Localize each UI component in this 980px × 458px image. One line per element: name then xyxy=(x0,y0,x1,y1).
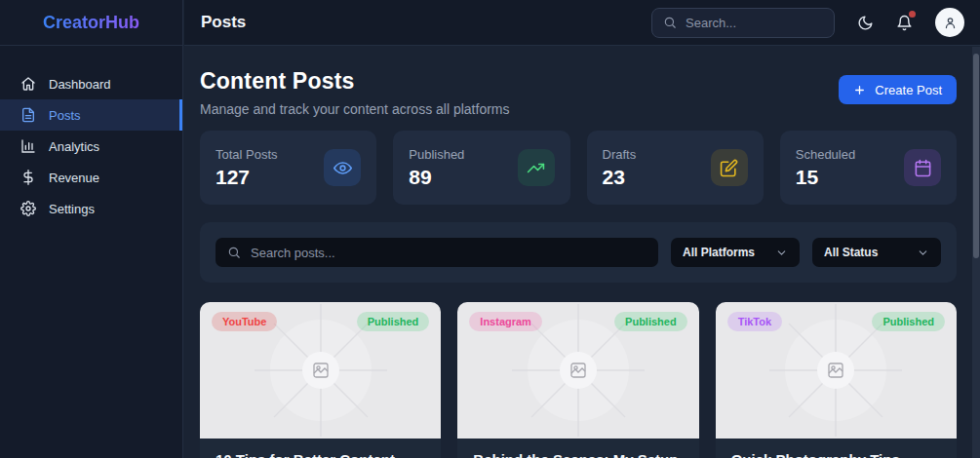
status-filter-select[interactable]: All Status xyxy=(812,238,941,267)
stat-value: 127 xyxy=(216,166,278,189)
stat-value: 23 xyxy=(603,166,637,189)
search-icon xyxy=(663,16,677,29)
stat-card-published: Published 89 xyxy=(393,131,569,205)
posts-search-input[interactable] xyxy=(251,246,647,260)
post-thumbnail: YouTube Published xyxy=(200,302,441,439)
scrollbar-thumb[interactable] xyxy=(973,54,979,258)
stat-value: 89 xyxy=(409,166,464,189)
post-title: Quick Photography Tips xyxy=(731,451,941,458)
stat-value: 15 xyxy=(796,166,855,189)
post-card[interactable]: Instagram Published Behind the Scenes: M… xyxy=(457,302,698,458)
sidebar-item-settings[interactable]: Settings xyxy=(0,193,182,224)
sidebar-item-analytics[interactable]: Analytics xyxy=(0,131,182,162)
status-badge: Published xyxy=(872,312,945,331)
search-icon xyxy=(227,246,241,259)
header-title: Posts xyxy=(201,13,246,32)
home-icon xyxy=(20,76,36,92)
main-content: Content Posts Manage and track your cont… xyxy=(184,47,972,458)
post-thumbnail: Instagram Published xyxy=(457,302,698,439)
bar-chart-icon xyxy=(20,138,36,154)
dollar-icon xyxy=(20,170,36,185)
sidebar-item-label: Dashboard xyxy=(49,77,111,92)
user-icon xyxy=(943,16,958,30)
status-badge: Published xyxy=(357,312,430,331)
app-logo: CreatorHub xyxy=(43,13,139,33)
theme-toggle-button[interactable] xyxy=(857,15,874,31)
notification-dot xyxy=(909,11,916,18)
status-badge: Published xyxy=(614,312,687,331)
stat-card-total-posts: Total Posts 127 xyxy=(200,131,376,205)
sidebar: CreatorHub Dashboard Posts Analytics Rev… xyxy=(0,0,183,458)
sidebar-item-revenue[interactable]: Revenue xyxy=(0,162,182,193)
platform-badge: Instagram xyxy=(469,312,542,331)
platform-badge: YouTube xyxy=(212,312,277,331)
sidebar-item-posts[interactable]: Posts xyxy=(0,99,182,131)
chevron-down-icon xyxy=(917,247,929,259)
stat-label: Published xyxy=(409,147,464,162)
edit-icon xyxy=(711,149,748,186)
sidebar-nav: Dashboard Posts Analytics Revenue Settin… xyxy=(0,46,182,224)
sidebar-item-label: Revenue xyxy=(49,171,99,185)
moon-icon xyxy=(857,15,874,31)
user-avatar[interactable] xyxy=(935,8,964,37)
header-actions xyxy=(651,8,964,38)
page-header: Content Posts Manage and track your cont… xyxy=(200,68,957,117)
posts-grid: YouTube Published 10 Tips for Better Con… xyxy=(200,302,957,458)
sidebar-item-label: Posts xyxy=(49,108,81,123)
eye-icon xyxy=(324,149,361,186)
sidebar-item-label: Analytics xyxy=(49,139,99,154)
page-title: Content Posts xyxy=(200,68,510,95)
post-body: Behind the Scenes: My Setup Tour xyxy=(457,439,698,458)
chevron-down-icon xyxy=(775,247,788,259)
file-icon xyxy=(20,107,36,123)
post-body: Quick Photography Tips xyxy=(716,439,957,458)
post-card[interactable]: TikTok Published Quick Photography Tips xyxy=(716,302,957,458)
global-search[interactable] xyxy=(651,8,835,38)
top-bar: Posts xyxy=(184,0,980,46)
plus-icon xyxy=(853,84,866,96)
post-body: 10 Tips for Better Content Creation xyxy=(200,439,441,458)
post-thumbnail: TikTok Published xyxy=(716,302,957,439)
post-title: Behind the Scenes: My Setup Tour xyxy=(473,451,683,458)
platform-filter-select[interactable]: All Platforms xyxy=(671,238,800,267)
post-card[interactable]: YouTube Published 10 Tips for Better Con… xyxy=(200,302,441,458)
calendar-icon xyxy=(904,149,941,186)
create-post-button[interactable]: Create Post xyxy=(839,75,957,104)
sidebar-item-label: Settings xyxy=(49,202,95,216)
notifications-button[interactable] xyxy=(896,15,913,31)
post-title: 10 Tips for Better Content Creation xyxy=(216,451,425,458)
gear-icon xyxy=(20,201,36,216)
global-search-input[interactable] xyxy=(686,16,823,30)
filter-bar: All Platforms All Status xyxy=(200,222,957,283)
logo-area: CreatorHub xyxy=(0,0,182,46)
page-subtitle: Manage and track your content across all… xyxy=(200,101,510,117)
stat-label: Scheduled xyxy=(796,147,855,162)
posts-search[interactable] xyxy=(216,238,658,267)
stat-label: Drafts xyxy=(603,147,637,162)
sidebar-item-dashboard[interactable]: Dashboard xyxy=(0,68,182,99)
stat-label: Total Posts xyxy=(216,147,278,162)
vertical-scrollbar[interactable] xyxy=(972,47,980,458)
stats-row: Total Posts 127 Published 89 Drafts 23 xyxy=(200,131,957,205)
stat-card-drafts: Drafts 23 xyxy=(587,131,764,205)
platform-badge: TikTok xyxy=(727,312,782,331)
stat-card-scheduled: Scheduled 15 xyxy=(780,131,957,205)
trending-up-icon xyxy=(518,149,555,186)
